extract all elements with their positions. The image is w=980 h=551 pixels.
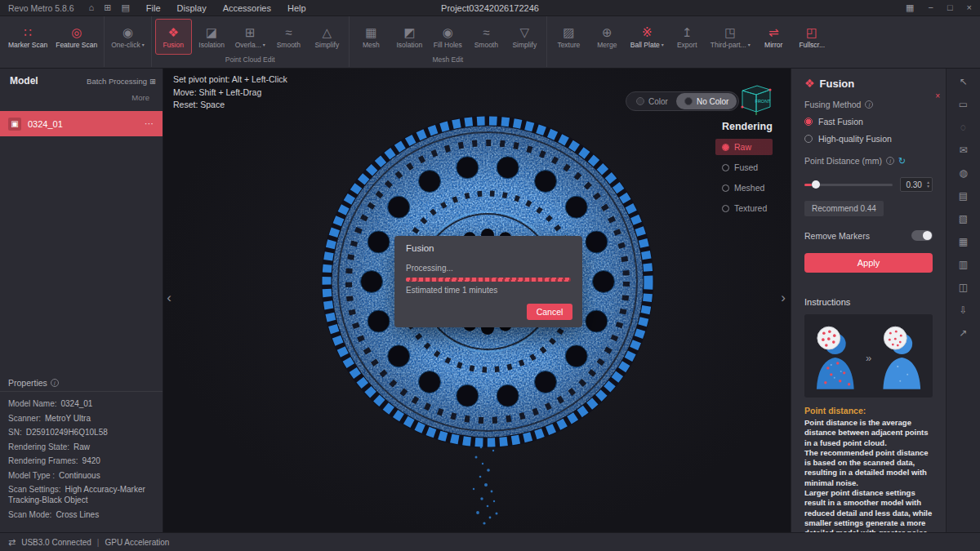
button-label: Texture xyxy=(557,41,580,49)
button-label: Fusion xyxy=(163,41,184,49)
model-panel: Model Batch Processing ⊞ More ▣ 0324_01 … xyxy=(0,69,163,532)
window-controls: ▦ − □ × xyxy=(906,3,972,12)
color-option[interactable]: Color xyxy=(628,93,676,109)
ball-plate-button[interactable]: ※ Ball Plate▾ xyxy=(627,19,667,55)
model-item-menu-icon[interactable]: ⋯ xyxy=(145,118,154,129)
toolbar-section-misc: ▨ Texture▾ ⊕ Merge▾ ※ Ball Plate▾ ↥ xyxy=(547,16,834,67)
overlap-button[interactable]: ⊞ Overla...▾ xyxy=(232,19,269,55)
view-cube[interactable]: FRONT xyxy=(735,78,776,116)
texture-icon: ▨ xyxy=(563,25,574,39)
clipboard-tool-icon[interactable]: ▥ xyxy=(959,260,968,270)
merge-icon: ⊕ xyxy=(602,25,612,39)
collapse-right-panel-chevron[interactable]: › xyxy=(777,286,789,310)
fast-fusion-option[interactable]: Fast Fusion xyxy=(804,117,933,127)
model-list-item[interactable]: ▣ 0324_01 ⋯ xyxy=(0,111,163,136)
mirror-icon: ⇌ xyxy=(768,25,779,39)
radio-dot-icon xyxy=(722,184,729,192)
high-quality-fusion-option[interactable]: High-quality Fusion xyxy=(804,134,933,144)
overlap-icon: ⊞ xyxy=(245,25,256,39)
download-tool-icon[interactable]: ⇩ xyxy=(959,305,967,316)
export-button[interactable]: ↥ Export▾ xyxy=(669,19,706,55)
pc-isolation-button[interactable]: ◪ Isolation▾ xyxy=(194,19,230,55)
property-row: SN:D25910249H6Q10L58 xyxy=(8,427,158,438)
fullscreen-button[interactable]: ◰ Fullscr...▾ xyxy=(794,19,831,55)
fusion-button[interactable]: ❖ Fusion▾ xyxy=(155,19,192,55)
display-menu[interactable]: Display xyxy=(177,3,207,13)
home-icon[interactable]: ⌂ xyxy=(89,3,95,12)
plane-tool-icon[interactable]: ▤ xyxy=(959,191,968,202)
image-tool-icon[interactable]: ▧ xyxy=(959,214,968,224)
texture-button[interactable]: ▨ Texture▾ xyxy=(550,19,587,55)
close-icon[interactable]: × xyxy=(967,3,972,12)
grid-tool-icon[interactable]: ▦ xyxy=(959,237,968,247)
stepper-down-icon[interactable]: ▾ xyxy=(927,184,929,189)
properties-title: Properties xyxy=(8,378,47,388)
import-icon[interactable]: ⊞ xyxy=(104,3,111,12)
mesh-button[interactable]: ▦ Mesh▾ xyxy=(353,19,390,55)
value-stepper[interactable]: ▴ ▾ xyxy=(927,180,929,188)
feature-scan-button[interactable]: ◎ Feature Scan▾ xyxy=(52,19,100,55)
fused-rendering-option[interactable]: Fused xyxy=(715,159,773,176)
cursor-select-icon[interactable]: ↖ xyxy=(959,77,967,87)
mesh-simplify-button[interactable]: ▽ Simplify▾ xyxy=(506,19,543,55)
batch-processing-button[interactable]: Batch Processing ⊞ xyxy=(87,77,156,86)
pc-isolation-icon: ◪ xyxy=(206,25,217,39)
3d-viewport[interactable]: Set pivot point: Alt + Left-Click Move: … xyxy=(163,69,791,532)
third-party-button[interactable]: ◳ Third-part...▾ xyxy=(707,19,754,55)
marker-scan-button[interactable]: ∷ Marker Scan▾ xyxy=(5,19,51,55)
mesh-icon: ▦ xyxy=(365,25,376,39)
rendering-option-label: Fused xyxy=(734,162,758,172)
point-distance-input[interactable]: 0.30 ▴ ▾ xyxy=(900,177,933,192)
fill-holes-icon: ◉ xyxy=(443,25,453,39)
apply-button[interactable]: Apply xyxy=(804,253,933,273)
slider-knob[interactable] xyxy=(812,180,820,189)
mesh-smooth-button[interactable]: ≈ Smooth▾ xyxy=(468,19,505,55)
recommend-chip[interactable]: Recommend 0.44 xyxy=(804,201,884,216)
fill-holes-button[interactable]: ◉ Fill Holes▾ xyxy=(430,19,466,55)
box-tool-icon[interactable]: ◫ xyxy=(959,282,968,293)
comment-icon[interactable]: ✉ xyxy=(959,145,967,156)
share-tool-icon[interactable]: ↗ xyxy=(959,328,967,339)
sphere-select-icon[interactable]: ◍ xyxy=(959,168,967,179)
button-label: Mirror xyxy=(764,41,782,49)
cancel-button[interactable]: Cancel xyxy=(527,304,572,320)
more-link[interactable]: More xyxy=(131,93,149,102)
meshed-rendering-option[interactable]: Meshed xyxy=(715,180,773,196)
mesh-isolation-icon: ◩ xyxy=(403,25,415,39)
pc-simplify-button[interactable]: △ Simplify▾ xyxy=(309,19,345,55)
file-menu[interactable]: File xyxy=(146,3,161,13)
fusion-settings-panel: ❖ Fusion × Fusing Method i Fast Fusion H… xyxy=(791,69,946,532)
folder-icon[interactable]: ▤ xyxy=(121,3,129,12)
instruction-paragraph: Point distance is the average distance b… xyxy=(804,418,933,448)
rect-select-icon[interactable]: ▭ xyxy=(959,100,968,110)
accessories-menu[interactable]: Accessories xyxy=(223,3,271,13)
merge-button[interactable]: ⊕ Merge▾ xyxy=(589,19,626,55)
property-label: Scan Settings: xyxy=(8,485,60,494)
lasso-select-icon[interactable]: ◌ xyxy=(960,122,966,133)
model-icon: ▣ xyxy=(8,118,21,131)
maximize-icon[interactable]: □ xyxy=(947,3,953,12)
raw-rendering-option[interactable]: Raw xyxy=(715,139,773,155)
property-label: Scan Mode: xyxy=(8,510,51,519)
property-row: Rendering State:Raw xyxy=(8,442,158,452)
refresh-icon[interactable]: ↻ xyxy=(898,157,906,166)
no-color-option[interactable]: No Color xyxy=(676,93,737,109)
minimize-icon[interactable]: − xyxy=(928,3,933,12)
point-distance-heading: Point distance: xyxy=(804,406,933,415)
help-menu[interactable]: Help xyxy=(287,3,306,13)
mesh-isolation-button[interactable]: ◩ Isolation▾ xyxy=(391,19,428,55)
pc-smooth-button[interactable]: ≈ Smooth▾ xyxy=(270,19,307,55)
one-click-button[interactable]: ◉ One-click▾ xyxy=(108,19,147,55)
apps-grid-icon[interactable]: ▦ xyxy=(906,3,914,12)
textured-rendering-option[interactable]: Textured xyxy=(715,200,773,216)
mesh-simplify-icon: ▽ xyxy=(520,25,530,39)
collapse-left-panel-chevron[interactable]: ‹ xyxy=(163,286,175,310)
panel-close-icon[interactable]: × xyxy=(935,91,940,100)
one-click-icon: ◉ xyxy=(122,25,133,39)
instructions-illustration: » xyxy=(804,314,933,398)
radio-dot-icon xyxy=(804,118,813,126)
remove-markers-toggle[interactable] xyxy=(911,230,933,241)
mirror-button[interactable]: ⇌ Mirror▾ xyxy=(755,19,792,55)
dialog-title: Fusion xyxy=(406,243,571,253)
point-distance-slider[interactable] xyxy=(804,184,893,186)
